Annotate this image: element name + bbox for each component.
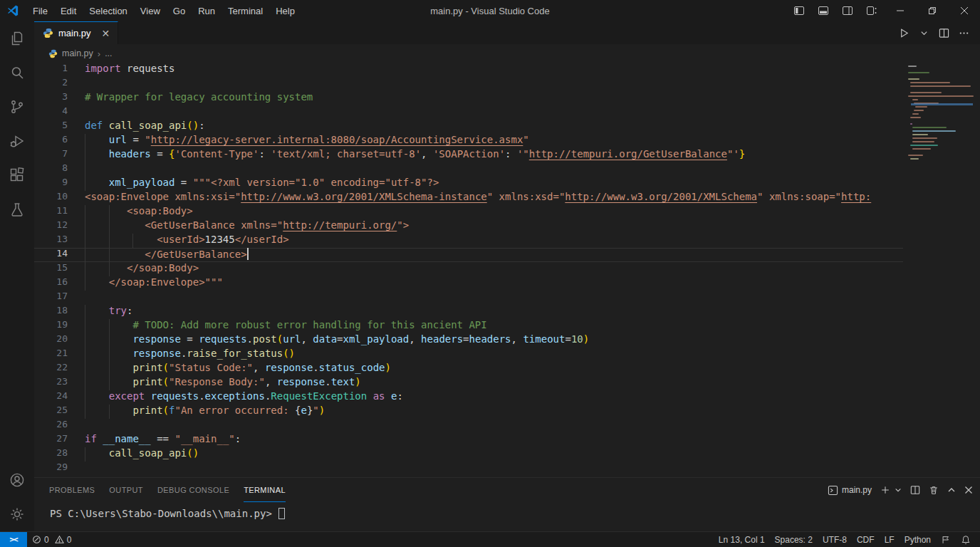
code-line-29[interactable]: 29 [34, 462, 980, 476]
code-line-5[interactable]: 5def call_soap_api(): [34, 120, 980, 134]
terminal-instance[interactable]: main.py [828, 485, 872, 496]
code-line-7[interactable]: 7 headers = {'Content-Type': 'text/xml; … [34, 148, 980, 162]
toggle-sidebar-icon[interactable] [787, 0, 811, 21]
code-line-4[interactable]: 4 [34, 105, 980, 120]
cursor-position[interactable]: Ln 13, Col 1 [714, 532, 770, 547]
code-line-8[interactable]: 8 [34, 162, 980, 177]
settings-gear-icon[interactable] [0, 497, 34, 531]
eol-lf[interactable]: LF [880, 532, 900, 547]
menu-view[interactable]: View [134, 0, 167, 21]
tab-main-py[interactable]: main.py ✕ [34, 21, 118, 44]
indentation[interactable]: Spaces: 2 [770, 532, 818, 547]
code-line-24[interactable]: 24 except requests.exceptions.RequestExc… [34, 390, 980, 405]
new-terminal-icon[interactable] [880, 485, 890, 495]
menu-selection[interactable]: Selection [83, 0, 133, 21]
code-line-9[interactable]: 9 xml_payload = """<?xml version="1.0" e… [34, 177, 980, 191]
explorer-icon[interactable] [0, 21, 34, 56]
warnings-icon [55, 535, 64, 544]
extensions-icon[interactable] [0, 158, 34, 192]
code-line-25[interactable]: 25 print(f"An error occurred: {e}") [34, 405, 980, 419]
menu-run[interactable]: Run [192, 0, 221, 21]
panel-tab-debug-console[interactable]: DEBUG CONSOLE [157, 478, 229, 502]
indent-guide [132, 234, 133, 248]
code-line-19[interactable]: 19 # TODO: Add more robust error handlin… [34, 319, 980, 333]
editor[interactable]: 1import requests23# Wrapper for legacy a… [34, 63, 980, 477]
encoding[interactable]: UTF-8 [818, 532, 852, 547]
breadcrumb-file[interactable]: main.py [62, 48, 93, 58]
more-actions-icon[interactable] [954, 24, 973, 42]
code-line-13[interactable]: 13 <userId>12345</userId> [34, 234, 980, 248]
customize-layout-icon[interactable] [860, 0, 884, 21]
testing-icon[interactable] [0, 192, 34, 226]
feedback-icon[interactable] [936, 532, 956, 547]
code-line-12[interactable]: 12 <GetUserBalance xmlns="http://tempuri… [34, 219, 980, 234]
code-line-28[interactable]: 28 call_soap_api() [34, 447, 980, 462]
run-dropdown-chevron-icon[interactable] [914, 24, 933, 42]
indent-guide [109, 405, 110, 419]
line-number: 17 [34, 291, 68, 305]
menu-file[interactable]: File [26, 0, 54, 21]
line-number: 27 [34, 433, 68, 447]
code-line-27[interactable]: 27if __name__ == "__main__": [34, 433, 980, 447]
remote-indicator[interactable]: >< [0, 532, 27, 547]
problems-status[interactable]: 0 0 [27, 532, 76, 547]
indent-guide [85, 219, 85, 234]
kill-terminal-trash-icon[interactable] [929, 485, 939, 495]
panel-tab-problems[interactable]: PROBLEMS [49, 478, 95, 502]
indent-guide [85, 134, 85, 148]
code-line-20[interactable]: 20 response = requests.post(url, data=xm… [34, 333, 980, 348]
code-line-26[interactable]: 26 [34, 419, 980, 433]
breadcrumb[interactable]: main.py › ... [34, 44, 980, 63]
indent-guide [109, 333, 110, 348]
split-editor-icon[interactable] [934, 24, 953, 42]
indent-guide [109, 262, 110, 276]
eol-cdf[interactable]: CDF [852, 532, 880, 547]
code-line-3[interactable]: 3# Wrapper for legacy accounting system [34, 91, 980, 105]
terminal[interactable]: PS C:\Users\Stabo-Downloads\\main.py> [34, 502, 980, 519]
panel-tab-output[interactable]: OUTPUT [109, 478, 143, 502]
menu-go[interactable]: Go [167, 0, 192, 21]
code-line-15[interactable]: 15 </soap:Body> [34, 262, 980, 276]
menu-terminal[interactable]: Terminal [221, 0, 269, 21]
code-line-2[interactable]: 2 [34, 77, 980, 91]
account-icon[interactable] [0, 463, 34, 497]
maximize-panel-chevron-icon[interactable] [947, 486, 956, 494]
restore-button[interactable] [916, 0, 948, 21]
code-line-18[interactable]: 18 try: [34, 305, 980, 319]
code-line-22[interactable]: 22 print("Status Code:", response.status… [34, 362, 980, 376]
search-icon[interactable] [0, 56, 34, 90]
code-line-1[interactable]: 1import requests [34, 63, 980, 77]
line-number: 7 [34, 148, 68, 162]
code-line-21[interactable]: 21 response.raise_for_status() [34, 348, 980, 362]
code-line-6[interactable]: 6 url = "http://legacy-server.internal:8… [34, 134, 980, 148]
code-line-17[interactable]: 17 [34, 291, 980, 305]
language-mode[interactable]: Python [900, 532, 936, 547]
code-line-11[interactable]: 11 <soap:Body> [34, 205, 980, 219]
toggle-panel-icon[interactable] [811, 0, 835, 21]
code-line-23[interactable]: 23 print("Response Body:", response.text… [34, 376, 980, 390]
code-line-16[interactable]: 16 </soap:Envelope>""" [34, 276, 980, 291]
source-control-icon[interactable] [0, 90, 34, 124]
close-window-button[interactable] [948, 0, 980, 21]
activity-bar [0, 21, 34, 531]
close-panel-icon[interactable] [964, 486, 973, 494]
tab-close-icon[interactable]: ✕ [102, 28, 110, 38]
breadcrumb-symbol[interactable]: ... [105, 48, 112, 58]
line-number: 20 [34, 333, 68, 348]
notifications-bell-icon[interactable] [956, 532, 976, 547]
run-python-file-icon[interactable] [895, 24, 913, 42]
split-terminal-icon[interactable] [910, 485, 920, 495]
toggle-secondary-sidebar-icon[interactable] [835, 0, 860, 21]
code-line-14[interactable]: 14 </GetUserBalance> [34, 248, 980, 262]
code-line-10[interactable]: 10<soap:Envelope xmlns:xsi="http://www.w… [34, 191, 980, 205]
minimize-button[interactable] [884, 0, 916, 21]
menu-edit[interactable]: Edit [54, 0, 83, 21]
terminal-dropdown-chevron-icon[interactable] [895, 486, 902, 494]
run-debug-icon[interactable] [0, 124, 34, 158]
menu-help[interactable]: Help [269, 0, 301, 21]
indent-guide [85, 447, 85, 462]
minimap[interactable] [903, 63, 980, 477]
terminal-instance-label: main.py [842, 485, 872, 495]
indent-guide [85, 148, 85, 162]
panel-tab-terminal[interactable]: TERMINAL [244, 478, 286, 502]
